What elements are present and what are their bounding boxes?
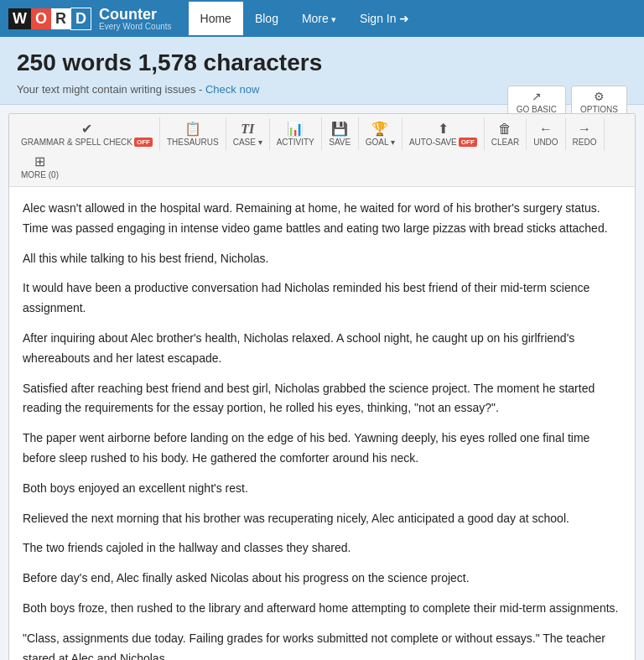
toolbar-redo[interactable]: → REDO xyxy=(566,118,605,150)
autosave-icon: ⬆ xyxy=(438,121,449,137)
paragraph-12: "Class, assignments due today. Failing g… xyxy=(23,629,621,660)
toolbar-undo[interactable]: ← UNDO xyxy=(527,118,565,150)
logo-w: W xyxy=(8,8,31,29)
activity-icon: 📊 xyxy=(287,121,304,137)
undo-icon: ← xyxy=(539,122,553,137)
toolbar-grammar[interactable]: ✔ GRAMMAR & SPELL CHECK OFF xyxy=(14,117,160,150)
options-icon: ⚙ xyxy=(594,90,605,103)
stats-warning-text: Your text might contain writing issues xyxy=(17,83,195,96)
thesaurus-label: THESAURUS xyxy=(167,138,219,147)
more-label: MORE (0) xyxy=(21,170,59,179)
redo-label: REDO xyxy=(573,138,597,147)
clear-icon: 🗑 xyxy=(498,122,512,137)
logo-letters: W O R D xyxy=(8,8,91,30)
logo-d: D xyxy=(70,8,91,30)
case-label: CASE ▾ xyxy=(233,138,262,147)
case-icon: TI xyxy=(241,122,254,137)
logo[interactable]: W O R D Counter Every Word Counts xyxy=(8,6,172,31)
logo-r: R xyxy=(51,8,70,29)
paragraph-5: Satisfied after reaching best friend and… xyxy=(23,379,621,419)
nav-item-more[interactable]: More xyxy=(290,2,348,35)
main-wrapper: ✔ GRAMMAR & SPELL CHECK OFF 📋 THESAURUS … xyxy=(8,113,636,660)
toolbar-autosave[interactable]: ⬆ AUTO-SAVE OFF xyxy=(402,117,485,150)
nav-item-signin[interactable]: Sign In ➜ xyxy=(348,2,421,35)
nav-link-blog[interactable]: Blog xyxy=(243,2,290,35)
stats-check-link[interactable]: Check now xyxy=(205,83,259,96)
stats-bar: 250 words 1,578 characters Your text mig… xyxy=(0,37,644,105)
paragraph-10: Before day's end, Alec finally asked Nic… xyxy=(23,569,621,589)
save-icon: 💾 xyxy=(331,121,348,137)
logo-sub: Every Word Counts xyxy=(99,22,172,31)
nav-item-blog[interactable]: Blog xyxy=(243,2,290,35)
toolbar-goal[interactable]: 🏆 GOAL ▾ xyxy=(359,117,402,150)
toolbar-more[interactable]: ⊞ MORE (0) xyxy=(14,150,65,183)
go-basic-icon: ↗ xyxy=(532,90,542,103)
more-icon: ⊞ xyxy=(34,153,45,169)
paragraph-4: After inquiring about Alec brother's hea… xyxy=(23,329,621,369)
undo-label: UNDO xyxy=(533,138,558,147)
paragraph-2: All this while talking to his best frien… xyxy=(23,249,621,269)
autosave-badge: OFF xyxy=(459,138,477,147)
paragraph-11: Both boys froze, then rushed to the libr… xyxy=(23,599,621,619)
clear-label: CLEAR xyxy=(491,138,519,147)
nav-link-home[interactable]: Home xyxy=(189,2,243,35)
grammar-label: GRAMMAR & SPELL CHECK OFF xyxy=(21,138,153,147)
goal-label: GOAL ▾ xyxy=(366,138,395,147)
text-area[interactable]: Alec wasn't allowed in the hospital ward… xyxy=(9,187,635,660)
paragraph-8: Relieved the next morning that his broth… xyxy=(23,509,621,529)
nav-link-more[interactable]: More xyxy=(290,2,348,35)
save-label: SAVE xyxy=(329,138,351,147)
toolbar-save[interactable]: 💾 SAVE xyxy=(322,117,359,150)
activity-label: ACTIVITY xyxy=(277,138,314,147)
paragraph-7: Both boys enjoyed an excellent night's r… xyxy=(23,479,621,499)
thesaurus-icon: 📋 xyxy=(184,121,201,137)
page-container: W O R D Counter Every Word Counts Home B… xyxy=(0,0,644,660)
paragraph-9: The two friends cajoled in the hallway a… xyxy=(23,538,621,559)
grammar-badge: OFF xyxy=(134,138,153,147)
toolbar-case[interactable]: TI CASE ▾ xyxy=(226,118,270,150)
checkmark-icon: ✔ xyxy=(81,121,92,137)
nav-links: Home Blog More Sign In ➜ xyxy=(189,2,422,35)
stats-title: 250 words 1,578 characters xyxy=(17,49,627,76)
logo-o: O xyxy=(31,8,51,29)
toolbar-clear[interactable]: 🗑 CLEAR xyxy=(485,118,527,150)
goal-icon: 🏆 xyxy=(371,121,388,137)
paragraph-1: Alec wasn't allowed in the hospital ward… xyxy=(23,199,621,239)
autosave-label: AUTO-SAVE OFF xyxy=(409,138,477,147)
stats-separator: - xyxy=(199,83,205,96)
logo-name: Counter xyxy=(99,6,157,23)
redo-icon: → xyxy=(578,122,591,137)
nav-item-home[interactable]: Home xyxy=(189,2,243,35)
nav-link-signin[interactable]: Sign In ➜ xyxy=(348,2,421,35)
logo-text-block: Counter Every Word Counts xyxy=(96,6,172,31)
navbar: W O R D Counter Every Word Counts Home B… xyxy=(0,0,644,37)
toolbar: ✔ GRAMMAR & SPELL CHECK OFF 📋 THESAURUS … xyxy=(9,114,635,187)
paragraph-6: The paper went airborne before landing o… xyxy=(23,429,621,469)
toolbar-activity[interactable]: 📊 ACTIVITY xyxy=(270,117,322,150)
paragraph-3: It would have been a productive conversa… xyxy=(23,278,621,319)
toolbar-thesaurus[interactable]: 📋 THESAURUS xyxy=(160,117,226,150)
